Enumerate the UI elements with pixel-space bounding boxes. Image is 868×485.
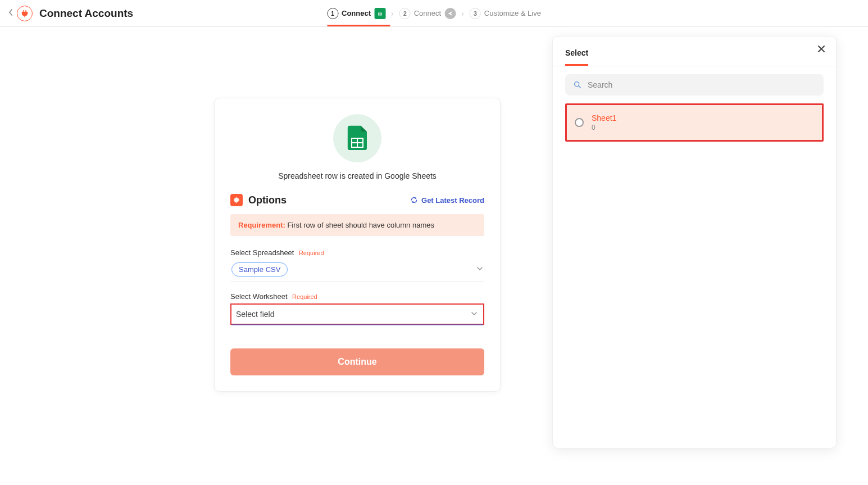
back-button[interactable] <box>8 8 13 19</box>
worksheet-required: Required <box>292 293 317 300</box>
requirement-text: First row of sheet should have column na… <box>285 221 434 229</box>
option-subtitle: 0 <box>592 124 616 132</box>
worksheet-placeholder: Select field <box>236 310 274 319</box>
worksheet-select[interactable]: Select field <box>230 303 484 325</box>
options-row: Options Get Latest Record <box>230 194 484 206</box>
wizard-stepper: 1 Connect › 2 Connect › 3 Customize & Li… <box>327 0 541 26</box>
spreadsheet-label: Select Spreadsheet <box>230 248 294 257</box>
get-latest-record-label: Get Latest Record <box>421 196 484 205</box>
page-title: Connect Accounts <box>39 7 133 20</box>
google-sheets-icon <box>374 8 385 19</box>
select-panel: Select Sheet1 0 <box>552 36 837 448</box>
panel-body: Sheet1 0 <box>553 66 836 149</box>
close-icon <box>817 44 826 53</box>
worksheet-field-group: Select Worksheet Required Select field <box>230 291 484 325</box>
step-2-number: 2 <box>399 8 411 19</box>
panel-tab-select[interactable]: Select <box>565 48 588 66</box>
gear-icon <box>230 194 243 206</box>
worksheet-label: Select Worksheet <box>230 292 288 301</box>
step-3[interactable]: 3 Customize & Live <box>470 8 541 19</box>
close-button[interactable] <box>817 44 826 56</box>
option-text: Sheet1 0 <box>592 114 616 132</box>
step-1[interactable]: 1 Connect <box>327 8 385 19</box>
google-sheets-large-icon <box>333 114 381 162</box>
spreadsheet-value-pill[interactable]: Sample CSV <box>231 262 288 277</box>
search-box[interactable] <box>565 74 824 96</box>
requirement-banner: Requirement: First row of sheet should h… <box>230 214 484 236</box>
step-3-number: 3 <box>470 8 481 19</box>
search-input[interactable] <box>588 80 816 89</box>
app-header: Connect Accounts 1 Connect › 2 Connect ›… <box>0 0 868 27</box>
connect-card: Spreadsheet row is created in Google She… <box>214 98 501 392</box>
step-2[interactable]: 2 Connect <box>399 8 456 19</box>
app-placeholder-icon <box>444 8 456 19</box>
step-2-label: Connect <box>414 9 441 17</box>
spreadsheet-select[interactable]: Sample CSV <box>230 257 484 282</box>
get-latest-record-button[interactable]: Get Latest Record <box>410 196 484 205</box>
svg-point-8 <box>575 82 579 87</box>
search-icon <box>573 80 582 89</box>
step-1-label: Connect <box>342 9 371 17</box>
requirement-prefix: Requirement: <box>238 221 285 229</box>
spreadsheet-required: Required <box>299 250 324 256</box>
radio-icon <box>575 118 584 127</box>
chevron-right-icon: › <box>391 9 394 18</box>
svg-line-9 <box>579 86 580 88</box>
chevron-down-icon <box>476 265 483 274</box>
card-subtitle: Spreadsheet row is created in Google She… <box>230 171 484 180</box>
step-3-label: Customize & Live <box>484 9 541 17</box>
chevron-left-icon <box>8 8 13 16</box>
options-heading: Options <box>248 194 287 206</box>
worksheet-option-sheet1[interactable]: Sheet1 0 <box>565 103 824 142</box>
refresh-icon <box>410 196 418 204</box>
active-step-underline <box>327 25 390 26</box>
panel-header: Select <box>553 37 836 66</box>
chevron-down-icon <box>471 310 478 319</box>
continue-button[interactable]: Continue <box>230 348 484 375</box>
chevron-right-icon: › <box>461 9 464 18</box>
step-1-number: 1 <box>327 8 338 19</box>
main-area: Spreadsheet row is created in Google She… <box>0 27 868 485</box>
option-title: Sheet1 <box>592 114 616 123</box>
brand-plug-icon <box>17 6 33 21</box>
spreadsheet-field-group: Select Spreadsheet Required Sample CSV <box>230 247 484 282</box>
